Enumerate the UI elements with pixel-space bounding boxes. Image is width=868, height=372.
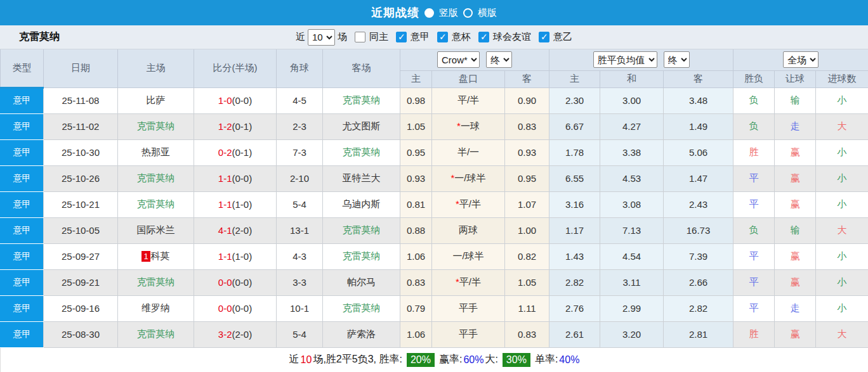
ah-home-odds: 1.06 [400,243,432,269]
subheader-avg-draw: 和 [600,70,664,87]
goals-result-text: 小 [838,172,847,183]
match-date: 25-08-30 [44,321,118,347]
away-team-name: 亚特兰大 [343,172,381,183]
halftime-score: (2-0) [232,225,253,236]
handicap-result-cell: 走 [775,295,816,321]
match-date: 25-10-05 [44,217,118,243]
ah-line: *一球 [432,113,505,139]
horizontal-layout-radio[interactable] [463,8,473,18]
vertical-layout-label[interactable]: 竖版 [439,7,458,19]
avg-time-select[interactable]: 终 [664,51,690,68]
avg-away-odds: 2.81 [664,321,733,347]
halftime-score: (0-0) [232,95,253,106]
league-badge: 意甲 [1,295,44,321]
score: 4-1(2-0) [194,217,277,243]
goals-result-cell: 小 [816,243,868,269]
score: 0-0(0-0) [194,269,277,295]
ah-line: 两球 [432,217,505,243]
ah-line: 半/一 [432,139,505,165]
match-row: 意甲 25-11-02 克雷莫纳 1-2(0-1) 2-3 尤文图斯 1.05 … [1,113,868,139]
scope-select[interactable]: 全场 [783,51,819,68]
ah-line: 一/球半 [432,243,505,269]
ah-line-text: 平/半 [459,276,481,287]
corner-score: 5-4 [277,191,323,217]
corner-score: 13-1 [277,217,323,243]
team-name: 克雷莫纳 [19,30,60,44]
header-home: 主场 [118,49,194,87]
home-team-name: 科莫 [151,250,170,261]
header-away: 客场 [323,49,400,87]
score: 0-2(0-1) [194,139,277,165]
bookmaker-select[interactable]: Crow* [437,51,480,68]
league-badge: 意甲 [1,243,44,269]
away-team: 克雷莫纳 [323,217,400,243]
handicap-result-text: 输 [791,94,800,105]
home-team: 国际米兰 [118,217,194,243]
win-odds-value: 60% [463,354,483,366]
corner-score: 3-3 [277,269,323,295]
avg-away-odds: 1.49 [664,113,733,139]
checkbox-italy-cup-label[interactable]: 意杯 [452,31,471,43]
halftime-score: (0-1) [232,147,253,158]
avg-type-select[interactable]: 胜平负均值 [593,51,657,68]
ah-line-text: 两球 [459,224,478,235]
near-label: 近 [296,31,305,43]
home-team: 1科莫 [118,243,194,269]
checkbox-italy-cup[interactable] [437,32,448,42]
checkbox-serie-a[interactable] [396,32,407,42]
handicap-result-cell: 赢 [775,269,816,295]
checkbox-club-friendly[interactable] [478,32,489,42]
checkbox-serie-a-label[interactable]: 意甲 [411,31,430,43]
checkbox-same-home[interactable] [355,32,365,42]
fulltime-score: 1-1 [218,251,232,262]
page-title: 近期战绩 [371,5,419,20]
avg-home-odds: 1.78 [549,139,600,165]
filter-bar: 克雷莫纳 近 10 场 同主 意甲 意杯 球会友谊 意乙 [0,25,868,49]
home-team-name: 克雷莫纳 [137,276,175,287]
ah-line-text: 平手 [459,302,478,313]
fulltime-score: 0-0 [218,277,232,288]
goals-result-cell: 小 [816,191,868,217]
match-row: 意甲 25-08-30 克雷莫纳 3-2(2-0) 5-4 萨索洛 1.06 平… [1,321,868,347]
header-type: 类型 [1,49,44,87]
checkbox-serie-b[interactable] [539,32,549,42]
avg-draw-odds: 3.20 [600,321,664,347]
handicap-result-text: 赢 [791,172,800,183]
result-text: 平 [749,302,759,313]
checkbox-same-home-label[interactable]: 同主 [369,31,388,43]
fulltime-score: 1-1 [218,173,232,184]
summary-record: 场,胜2平5负3, 胜率: [313,353,402,366]
match-count-select[interactable]: 10 [308,29,335,46]
checkbox-serie-b-label[interactable]: 意乙 [553,31,572,43]
corner-score: 4-5 [277,87,323,113]
away-team-name: 帕尔马 [347,276,376,287]
ah-line: *一/球半 [432,165,505,191]
halftime-score: (0-0) [232,303,253,314]
goals-result-text: 大 [838,328,847,339]
checkbox-club-friendly-label[interactable]: 球会友谊 [493,31,531,43]
ah-away-odds: 1.05 [505,269,549,295]
goals-result-text: 大 [838,224,847,235]
ah-time-select[interactable]: 终 [486,51,512,68]
handicap-result-text: 赢 [791,276,800,287]
vertical-layout-radio[interactable] [424,8,434,18]
fulltime-score: 1-0 [218,95,232,106]
result-text: 平 [749,250,759,261]
league-badge: 意甲 [1,113,44,139]
result-cell: 负 [733,87,775,113]
result-text: 胜 [749,146,759,157]
result-cell: 平 [733,269,775,295]
horizontal-layout-label[interactable]: 横版 [478,7,497,19]
handicap-result-cell: 赢 [775,165,816,191]
header-avg-group: 胜平负均值 终 [549,49,733,70]
away-team: 亚特兰大 [323,165,400,191]
ah-line: 平手 [432,295,505,321]
ah-home-odds: 0.81 [400,191,432,217]
avg-away-odds: 16.73 [664,217,733,243]
ah-home-odds: 0.83 [400,269,432,295]
avg-draw-odds: 4.53 [600,165,664,191]
home-team: 热那亚 [118,139,194,165]
avg-away-odds: 5.06 [664,139,733,165]
league-badge: 意甲 [1,321,44,347]
score: 1-1(1-0) [194,243,277,269]
